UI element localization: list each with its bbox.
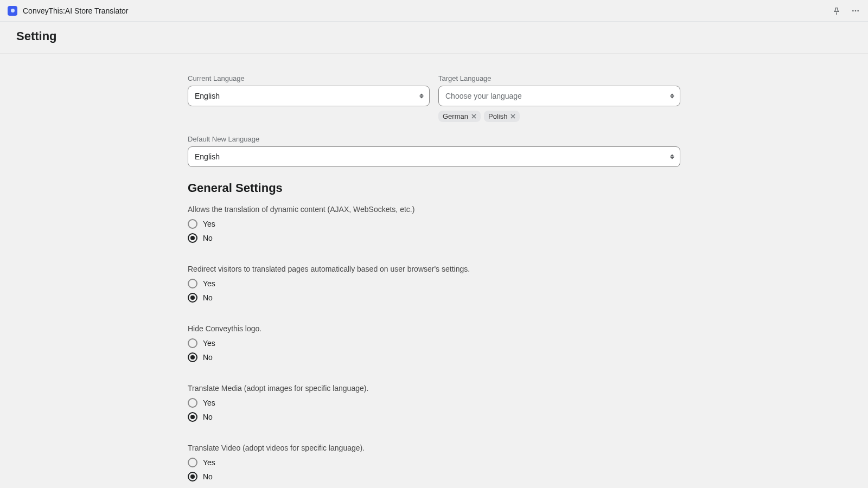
content-wrap: Current Language English Target Language… <box>0 54 868 488</box>
radio-label: No <box>203 293 213 302</box>
target-language-label: Target Language <box>438 74 680 82</box>
current-language-field: Current Language English <box>188 74 430 122</box>
radio-option-no[interactable]: No <box>188 293 680 303</box>
radio-option-yes[interactable]: Yes <box>188 279 680 288</box>
target-language-select[interactable]: Choose your language <box>438 86 680 106</box>
caret-icon <box>670 94 674 99</box>
close-icon[interactable] <box>510 114 515 119</box>
language-row: Current Language English Target Language… <box>188 74 680 122</box>
setting-label: Allows the translation of dynamic conten… <box>188 205 680 214</box>
default-new-language-label: Default New Language <box>188 135 680 143</box>
radio-label: Yes <box>203 279 215 288</box>
svg-point-2 <box>857 10 859 11</box>
radio-option-yes[interactable]: Yes <box>188 458 680 467</box>
radio-icon <box>188 458 197 467</box>
radio-option-no[interactable]: No <box>188 472 680 481</box>
app-header: ConveyThis:AI Store Translator <box>0 0 868 22</box>
current-language-value: English <box>195 92 220 100</box>
target-language-tags: German Polish <box>438 111 680 122</box>
radio-icon <box>188 293 197 303</box>
current-language-select[interactable]: English <box>188 86 430 106</box>
default-new-language-field: Default New Language English <box>188 135 680 167</box>
radio-label: Yes <box>203 220 215 228</box>
setting-block: Allows the translation of dynamic conten… <box>188 205 680 243</box>
radio-option-yes[interactable]: Yes <box>188 398 680 408</box>
setting-label: Translate Media (adopt images for specif… <box>188 384 680 393</box>
svg-point-0 <box>852 10 854 11</box>
setting-block: Redirect visitors to translated pages au… <box>188 265 680 303</box>
radio-icon <box>188 233 197 243</box>
app-header-right <box>832 7 860 15</box>
tag-label: German <box>443 112 468 120</box>
radio-option-no[interactable]: No <box>188 233 680 243</box>
target-language-field: Target Language Choose your language Ger… <box>438 74 680 122</box>
setting-label: Hide Conveythis logo. <box>188 324 680 333</box>
app-header-left: ConveyThis:AI Store Translator <box>8 6 129 16</box>
setting-block: Translate Media (adopt images for specif… <box>188 384 680 422</box>
default-new-language-select[interactable]: English <box>188 146 680 167</box>
radio-icon <box>188 279 197 288</box>
setting-label: Redirect visitors to translated pages au… <box>188 265 680 273</box>
caret-icon <box>419 94 424 99</box>
page-title: Setting <box>16 29 852 43</box>
pin-icon[interactable] <box>832 7 841 15</box>
radio-icon <box>188 398 197 408</box>
radio-label: No <box>203 413 213 421</box>
radio-option-yes[interactable]: Yes <box>188 219 680 229</box>
current-language-label: Current Language <box>188 74 430 82</box>
default-new-language-value: English <box>195 152 220 161</box>
tag-german: German <box>438 111 481 122</box>
close-icon[interactable] <box>471 114 476 119</box>
setting-block: Translate Video (adopt videos for specif… <box>188 444 680 481</box>
page-titlebar: Setting <box>0 22 868 54</box>
radio-option-no[interactable]: No <box>188 352 680 362</box>
tag-label: Polish <box>488 112 507 120</box>
more-icon[interactable] <box>851 7 860 15</box>
radio-option-yes[interactable]: Yes <box>188 338 680 348</box>
radio-icon <box>188 412 197 422</box>
radio-label: Yes <box>203 399 215 407</box>
radio-icon <box>188 352 197 362</box>
radio-option-no[interactable]: No <box>188 412 680 422</box>
svg-point-1 <box>855 10 857 11</box>
radio-icon <box>188 472 197 481</box>
setting-block: Hide Conveythis logo.YesNo <box>188 324 680 362</box>
app-logo-icon <box>8 6 17 16</box>
general-settings-title: General Settings <box>188 181 680 195</box>
radio-label: No <box>203 234 213 242</box>
content: Current Language English Target Language… <box>188 74 680 488</box>
radio-icon <box>188 219 197 229</box>
radio-label: No <box>203 353 213 362</box>
setting-label: Translate Video (adopt videos for specif… <box>188 444 680 452</box>
caret-icon <box>670 155 674 159</box>
radio-label: No <box>203 472 213 481</box>
target-language-placeholder: Choose your language <box>445 92 522 100</box>
tag-polish: Polish <box>484 111 520 122</box>
radio-icon <box>188 338 197 348</box>
app-title: ConveyThis:AI Store Translator <box>23 7 129 15</box>
radio-label: Yes <box>203 339 215 348</box>
radio-label: Yes <box>203 458 215 467</box>
